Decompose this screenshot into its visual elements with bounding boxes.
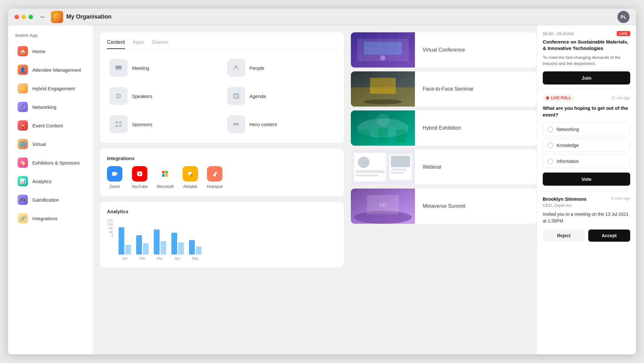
session-title: Conference on Sustainable Materials, & I… [543,39,630,52]
join-button[interactable]: Join [543,71,630,85]
integration-airtable[interactable]: Airtable [183,166,198,189]
content-item-agenda[interactable]: Agenda [225,85,337,108]
event-face-seminar[interactable]: Face-to-Face Seminar [351,71,537,107]
reject-button[interactable]: Reject [543,230,585,242]
airtable-icon [183,166,198,182]
sidebar-label-attendee: Attendee Management [32,67,81,73]
content-item-hero-content[interactable]: Hero content [225,113,337,136]
analytics-icon: 📊 [18,176,28,186]
speakers-icon [110,87,128,105]
integration-zoom[interactable]: Zoom [107,166,122,189]
content-item-people[interactable]: People [225,56,337,79]
tab-apps[interactable]: Apps [133,39,144,49]
vote-button[interactable]: Vote [543,173,630,186]
poll-card: LIVE POLL 12 min ago What are you hoping… [537,89,636,191]
tab-games[interactable]: Games [152,39,169,49]
bar-light-Mar [161,241,166,254]
sidebar-item-hybrid-engagement[interactable]: ✨ Hybrid Engagement [11,79,90,97]
virtual-icon: 🌐 [18,139,28,149]
svg-rect-13 [116,125,118,127]
event-hybrid-exhibition[interactable]: Hybrid Exhibition [351,110,537,146]
zoom-icon [107,166,122,182]
bar-chart: JanFebMarAprMay [119,219,337,260]
svg-rect-41 [396,130,405,142]
meeting-person-role: CEO, Zepto Inc. [543,203,630,208]
integration-youtube[interactable]: YouTube [131,166,148,189]
bar-light-May [196,246,202,254]
eventcontent-icon: 🎪 [18,120,28,131]
svg-rect-45 [356,170,384,173]
svg-rect-9 [234,96,237,97]
sidebar-label-analytics: Analytics [32,179,52,184]
session-time-row: 09:30 - 09:45AM LIVE [543,31,630,36]
session-desc: To meet the fast-changing demands of the… [543,54,630,67]
bar-group-Apr: Apr [171,233,184,260]
sidebar: Switch App 🏠 Home 👤 Attendee Management … [8,25,93,354]
sidebar-item-home[interactable]: 🏠 Home [11,42,90,60]
close-button[interactable] [14,15,19,19]
sidebar-item-event-content[interactable]: 🎪 Event Content [11,117,90,134]
content-item-sponsors[interactable]: Sponsors [107,113,219,136]
accept-button[interactable]: Accept [588,230,631,242]
agenda-label: Agenda [250,93,266,99]
event-title-face: Face-to-Face Seminar [415,86,481,92]
bar-dark-Mar [154,230,160,254]
event-webinar[interactable]: Webinar [351,149,537,185]
sidebar-item-exhibitors-sponsors[interactable]: 🏷️ Exhibitors & Sponsors [11,154,90,172]
poll-option-networking[interactable]: Networking [543,123,630,136]
youtube-icon [132,166,147,182]
bar-light-Feb [143,243,149,254]
svg-rect-22 [165,174,168,177]
microsoft-label: Microsoft [157,184,174,189]
main-content: Content Apps Games Meeting [93,25,351,354]
user-avatar[interactable]: PL [617,11,630,23]
sidebar-label-exhibitors: Exhibitors & Sponsors [32,160,80,165]
svg-rect-30 [364,42,402,55]
integration-hubspot[interactable]: Hubspot [207,166,222,189]
sidebar-item-virtual[interactable]: 🌐 Virtual [11,135,90,153]
event-title-hybrid: Hybrid Exhibition [415,125,469,131]
minimize-button[interactable] [21,15,26,19]
poll-option-information[interactable]: Information [543,155,630,168]
event-virtual-conference[interactable]: Virtual Conference [351,32,537,68]
app-logo [51,11,63,23]
microsoft-icon [157,166,173,182]
radio-information[interactable] [548,158,553,164]
svg-rect-15 [233,123,239,125]
poll-header: LIVE POLL 12 min ago [543,94,630,101]
event-metaverse-summit[interactable]: VR Metaverse Summit [351,189,537,224]
bar-label-May: May [192,256,199,260]
integration-microsoft[interactable]: Microsoft [157,166,174,189]
svg-point-26 [213,174,216,176]
event-title-meta: Metaverse Summit [415,203,473,209]
svg-rect-28 [351,32,415,68]
bar-dark-Jan [119,227,124,254]
svg-rect-11 [116,121,118,124]
sidebar-item-networking[interactable]: 🔮 Networking [11,98,90,116]
content-item-meeting[interactable]: Meeting [107,56,219,79]
sponsors-icon [110,115,128,133]
meeting-icon [110,59,128,77]
maximize-button[interactable] [29,15,33,19]
poll-option-knowledge[interactable]: Knowledge [543,139,630,152]
back-button[interactable]: ← [39,13,46,21]
radio-networking[interactable] [548,126,553,132]
content-grid: Meeting People [107,56,337,136]
svg-rect-43 [354,153,386,182]
chart-area: JanFebMarAprMay [119,219,337,260]
sidebar-item-integrations[interactable]: 🔗 Integrations [11,209,90,227]
poll-option-knowledge-label: Knowledge [557,143,579,148]
content-item-speakers[interactable]: Speakers [107,85,219,108]
svg-rect-48 [391,156,410,167]
tab-content[interactable]: Content [107,39,125,49]
home-icon: 🏠 [18,46,28,56]
bar-dark-Apr [171,233,177,254]
sidebar-item-analytics[interactable]: 📊 Analytics [11,172,90,190]
radio-knowledge[interactable] [548,142,553,148]
svg-rect-18 [161,169,169,178]
sidebar-item-attendee-management[interactable]: 👤 Attendee Management [11,61,90,79]
sidebar-item-gamification[interactable]: 🎮 Gamification [11,191,90,209]
event-thumb-vc [351,32,415,68]
svg-rect-0 [115,65,122,70]
svg-rect-12 [119,121,121,124]
